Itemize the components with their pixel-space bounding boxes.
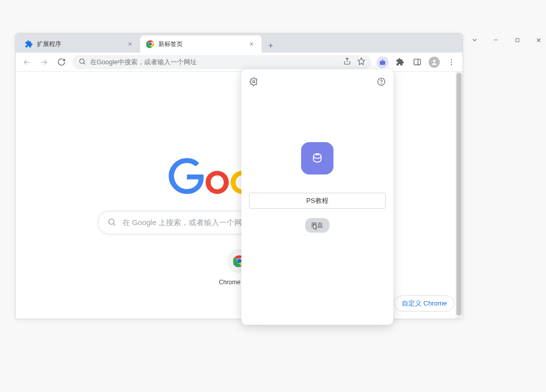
svg-point-7 bbox=[451, 61, 452, 62]
svg-rect-12 bbox=[516, 38, 519, 41]
popup-input-value: PS教程 bbox=[306, 196, 328, 205]
svg-point-9 bbox=[109, 219, 114, 225]
search-icon bbox=[78, 58, 86, 67]
scrollbar-thumb[interactable] bbox=[456, 73, 461, 316]
extensions-menu-icon[interactable] bbox=[394, 56, 406, 68]
kebab-menu-icon[interactable] bbox=[445, 56, 457, 68]
bookmark-icon[interactable] bbox=[357, 57, 365, 67]
extension-popup: PS教程 网盘 bbox=[241, 69, 393, 325]
omnibox[interactable] bbox=[72, 55, 371, 69]
popup-wangpan-button[interactable]: 网盘 bbox=[305, 218, 329, 233]
forward-button[interactable] bbox=[38, 56, 50, 68]
svg-rect-3 bbox=[380, 61, 386, 65]
vertical-scrollbar[interactable] bbox=[455, 72, 463, 319]
tab-extensions[interactable]: 扩展程序 bbox=[19, 35, 140, 53]
help-icon[interactable] bbox=[376, 76, 386, 86]
profile-button[interactable] bbox=[428, 56, 440, 68]
page-content: 在 Google 上搜索，或者输入一个网址 Chrome 应用... 自定义 C… bbox=[16, 72, 463, 319]
share-icon[interactable] bbox=[343, 57, 351, 67]
svg-point-6 bbox=[451, 59, 452, 60]
tab-strip: 扩展程序 新标签页 bbox=[16, 33, 463, 53]
tab-title: 扩展程序 bbox=[37, 40, 122, 49]
reload-button[interactable] bbox=[55, 56, 67, 68]
search-icon bbox=[107, 217, 116, 228]
back-button[interactable] bbox=[21, 56, 33, 68]
side-panel-icon[interactable] bbox=[411, 56, 423, 68]
avatar-icon bbox=[429, 57, 440, 68]
ntp-search-placeholder: 在 Google 上搜索，或者输入一个网址 bbox=[122, 218, 250, 228]
svg-point-14 bbox=[377, 78, 385, 85]
close-icon[interactable] bbox=[126, 40, 134, 48]
svg-point-2 bbox=[80, 59, 85, 63]
extension-button[interactable] bbox=[376, 56, 389, 68]
maximize-button[interactable] bbox=[513, 35, 522, 45]
tab-new-tab[interactable]: 新标签页 bbox=[140, 35, 262, 53]
puzzle-icon bbox=[25, 40, 33, 48]
svg-point-13 bbox=[253, 80, 255, 82]
customize-label: 自定义 Chrome bbox=[402, 299, 447, 308]
cloud-drive-icon bbox=[301, 142, 333, 175]
svg-point-8 bbox=[451, 64, 452, 65]
svg-rect-4 bbox=[414, 59, 421, 65]
window-controls bbox=[470, 35, 543, 45]
cursor-icon bbox=[312, 223, 319, 230]
omnibox-input[interactable] bbox=[90, 58, 339, 66]
close-window-button[interactable] bbox=[534, 35, 543, 45]
chrome-icon bbox=[146, 40, 154, 48]
toolbar bbox=[16, 53, 463, 72]
minimize-button[interactable] bbox=[491, 35, 500, 45]
svg-point-15 bbox=[381, 83, 382, 83]
popup-search-input[interactable]: PS教程 bbox=[249, 193, 386, 209]
browser-window: 扩展程序 新标签页 bbox=[15, 33, 463, 319]
svg-point-5 bbox=[433, 60, 436, 62]
customize-chrome-button[interactable]: 自定义 Chrome bbox=[394, 295, 454, 312]
new-tab-button[interactable] bbox=[264, 38, 278, 53]
tab-title: 新标签页 bbox=[158, 40, 243, 49]
chevron-down-icon[interactable] bbox=[470, 35, 479, 45]
close-icon[interactable] bbox=[247, 40, 256, 48]
gear-icon[interactable] bbox=[248, 76, 259, 86]
